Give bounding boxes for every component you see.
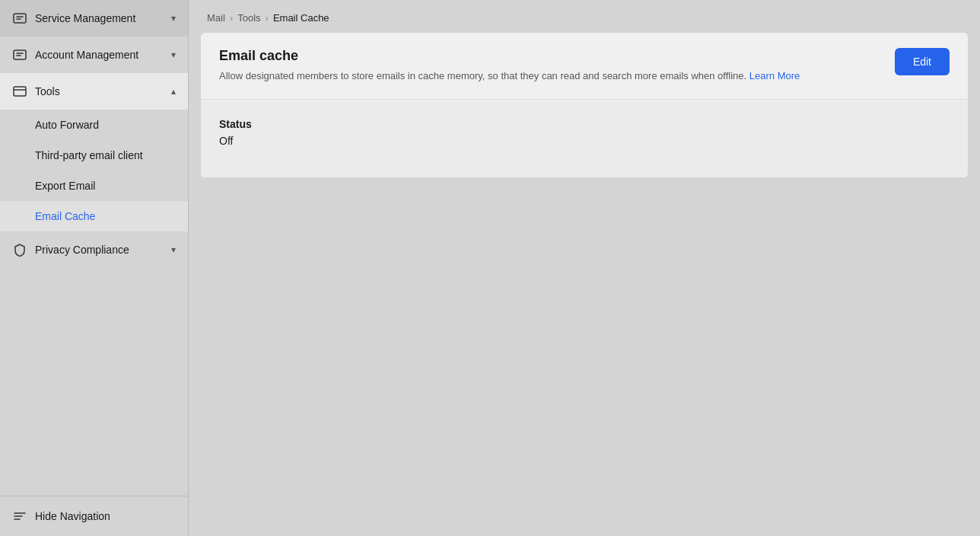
svg-rect-0 — [14, 14, 26, 23]
auto-forward-label: Auto Forward — [35, 119, 99, 131]
sidebar-section-privacy-compliance: Privacy Compliance ▾ — [0, 231, 188, 268]
sidebar-item-account-management[interactable]: Account Management ▾ — [0, 37, 188, 73]
main-content: Mail › Tools › Email Cache Email cache A… — [189, 0, 980, 536]
breadcrumb-email-cache: Email Cache — [273, 12, 329, 24]
privacy-compliance-label: Privacy Compliance — [35, 244, 164, 256]
status-field: Status Off — [219, 118, 950, 147]
sidebar-item-privacy-compliance[interactable]: Privacy Compliance ▾ — [0, 231, 188, 268]
card-description: Allow designated members to store emails… — [219, 69, 883, 84]
service-management-icon — [12, 11, 27, 26]
tools-icon — [12, 84, 27, 99]
account-management-icon — [12, 47, 27, 62]
breadcrumb-tools: Tools — [237, 12, 260, 24]
learn-more-link[interactable]: Learn More — [749, 70, 800, 81]
hide-navigation-icon — [12, 509, 27, 524]
sidebar-section-service-management: Service Management ▾ — [0, 0, 188, 37]
sidebar-footer: Hide Navigation — [0, 496, 188, 536]
card-header: Email cache Allow designated members to … — [201, 33, 968, 100]
card-title: Email cache — [219, 48, 883, 64]
breadcrumb-sep-1: › — [230, 12, 233, 24]
sub-item-email-cache[interactable]: Email Cache — [0, 201, 188, 231]
card-header-text: Email cache Allow designated members to … — [219, 48, 883, 84]
sidebar-section-account-management: Account Management ▾ — [0, 37, 188, 73]
third-party-label: Third-party email client — [35, 149, 143, 161]
breadcrumb-sep-2: › — [266, 12, 269, 24]
sub-item-third-party[interactable]: Third-party email client — [0, 140, 188, 171]
tools-chevron: ▴ — [171, 86, 176, 97]
sub-item-auto-forward[interactable]: Auto Forward — [0, 110, 188, 140]
service-management-chevron: ▾ — [171, 13, 176, 24]
privacy-compliance-icon — [12, 242, 27, 257]
service-management-label: Service Management — [35, 12, 164, 24]
email-cache-label: Email Cache — [35, 210, 95, 222]
sub-item-export-email[interactable]: Export Email — [0, 171, 188, 201]
sidebar: Service Management ▾ Account Management … — [0, 0, 189, 536]
sidebar-item-service-management[interactable]: Service Management ▾ — [0, 0, 188, 37]
sidebar-item-tools[interactable]: Tools ▴ — [0, 73, 188, 110]
status-label: Status — [219, 118, 950, 130]
email-cache-card: Email cache Allow designated members to … — [201, 33, 968, 177]
sidebar-section-tools: Tools ▴ Auto Forward Third-party email c… — [0, 73, 188, 231]
svg-rect-2 — [14, 87, 26, 96]
status-value: Off — [219, 135, 950, 147]
breadcrumb: Mail › Tools › Email Cache — [189, 0, 980, 33]
edit-button[interactable]: Edit — [895, 48, 950, 75]
privacy-compliance-chevron: ▾ — [171, 244, 176, 255]
account-management-chevron: ▾ — [171, 49, 176, 60]
account-management-label: Account Management — [35, 49, 164, 61]
svg-rect-1 — [14, 50, 26, 59]
card-description-text: Allow designated members to store emails… — [219, 70, 746, 81]
card-body: Status Off — [201, 100, 968, 177]
export-email-label: Export Email — [35, 180, 95, 192]
tools-label: Tools — [35, 85, 164, 97]
sidebar-nav: Service Management ▾ Account Management … — [0, 0, 188, 496]
hide-navigation-label: Hide Navigation — [35, 510, 110, 522]
tools-sub-items: Auto Forward Third-party email client Ex… — [0, 110, 188, 231]
hide-navigation-button[interactable]: Hide Navigation — [12, 509, 176, 524]
breadcrumb-mail: Mail — [207, 12, 225, 24]
